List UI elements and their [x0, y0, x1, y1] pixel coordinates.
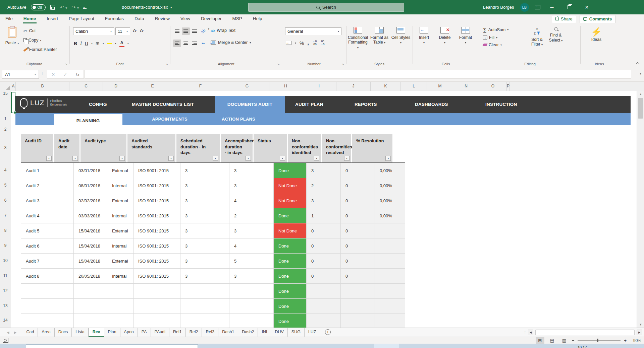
name-box-resize-handle[interactable]: ⁝: [42, 71, 43, 76]
accounting-format-icon[interactable]: [286, 41, 291, 45]
cell-audited-standards[interactable]: ISO 9001: 2015: [133, 238, 180, 254]
cell-scheduled-duration[interactable]: [180, 299, 229, 314]
cell-audit-type[interactable]: External: [107, 193, 133, 208]
filter-dropdown-icon[interactable]: ▼: [168, 156, 174, 161]
alignment-dialog-launcher[interactable]: ↘: [277, 63, 280, 66]
format-as-table-button[interactable]: Format as Table ▾: [369, 26, 390, 45]
tab-page-layout[interactable]: Page Layout: [63, 14, 100, 23]
filter-dropdown-icon[interactable]: ▼: [46, 156, 52, 161]
increase-decimal-icon[interactable]: ←0.00: [312, 40, 317, 46]
align-center-icon[interactable]: [182, 40, 190, 47]
column-letter[interactable]: O: [479, 82, 507, 91]
cell-accomplished-duration[interactable]: 3: [229, 269, 274, 284]
decrease-indent-icon[interactable]: ⇤: [199, 40, 207, 47]
cell-audited-standards[interactable]: ISO 9001: 2015: [133, 269, 180, 284]
cell-audited-standards[interactable]: [133, 314, 180, 328]
cell-audit-date[interactable]: 03/03/2018: [74, 208, 107, 223]
cell-status-badge[interactable]: Not Done: [274, 178, 307, 193]
row-number[interactable]: 1: [0, 117, 11, 121]
search-box[interactable]: Search: [248, 3, 404, 12]
cell-scheduled-duration[interactable]: [180, 284, 229, 299]
cell-audit-date[interactable]: 08/01/2018: [74, 178, 107, 193]
restore-button[interactable]: [564, 5, 575, 10]
nav-item-config[interactable]: CONFIG: [89, 96, 107, 113]
zoom-slider-thumb[interactable]: [597, 339, 598, 342]
zoom-slider[interactable]: [578, 340, 621, 341]
cell-audit-date[interactable]: [74, 314, 107, 328]
clipboard-dialog-launcher[interactable]: ↘: [65, 63, 67, 66]
cell-audit-id[interactable]: [21, 299, 74, 314]
font-name-select[interactable]: Calibri▾: [73, 27, 114, 35]
column-letter[interactable]: A: [11, 82, 16, 91]
nav-item-reports[interactable]: REPORTS: [355, 96, 377, 113]
cell-audit-id[interactable]: Audit 2: [21, 178, 74, 193]
italic-button[interactable]: I: [80, 41, 82, 46]
tab-formulas[interactable]: Formulas: [100, 14, 129, 23]
confirm-entry-icon[interactable]: ✓: [63, 72, 67, 77]
cell-nc-identified[interactable]: 3: [307, 193, 341, 208]
cell-audit-id[interactable]: Audit 6: [21, 238, 74, 254]
sheet-tab[interactable]: PAudi: [151, 328, 169, 337]
column-letter[interactable]: K: [371, 82, 401, 91]
row-number[interactable]: 2: [0, 127, 11, 132]
tab-splitter-handle[interactable]: ⁝: [525, 330, 526, 335]
cell-audit-date[interactable]: 15/04/2018: [74, 223, 107, 238]
cell-nc-identified[interactable]: [307, 299, 341, 314]
filter-dropdown-icon[interactable]: ▼: [72, 156, 78, 161]
column-letter[interactable]: P: [507, 82, 510, 91]
cell-audited-standards[interactable]: ISO 9001: 2015: [133, 178, 180, 193]
table-row[interactable]: Done: [21, 284, 405, 299]
zoom-level[interactable]: 90%: [630, 338, 641, 343]
sheet-tab[interactable]: LUZ: [305, 328, 320, 337]
filter-dropdown-icon[interactable]: ▼: [119, 156, 125, 161]
column-letter[interactable]: B: [16, 82, 69, 91]
fill-color-icon[interactable]: [107, 43, 112, 44]
tab-view[interactable]: View: [175, 14, 196, 23]
document-title[interactable]: documents-control.xlsx ▾: [122, 0, 172, 14]
table-row[interactable]: Audit 2 08/01/2018 Internal ISO 9001: 20…: [21, 178, 405, 193]
sheet-tab[interactable]: Docs: [55, 328, 72, 337]
clear-button[interactable]: Clear ▾: [483, 43, 508, 47]
cell-audit-date[interactable]: 02/02/2018: [74, 193, 107, 208]
paste-button[interactable]: Paste ▾: [3, 26, 21, 60]
zoom-out-icon[interactable]: −: [572, 338, 575, 343]
sheet-tab[interactable]: Area: [38, 328, 54, 337]
cell-audit-id[interactable]: Audit 7: [21, 254, 74, 269]
column-letter[interactable]: C: [69, 82, 103, 91]
cell-scheduled-duration[interactable]: 3: [180, 193, 229, 208]
find-select-button[interactable]: Find & Select ▾: [547, 26, 565, 43]
cell-audit-date[interactable]: 15/04/2018: [74, 238, 107, 254]
number-format-select[interactable]: General▾: [285, 27, 341, 35]
cell-audit-type[interactable]: Internal: [107, 178, 133, 193]
decrease-decimal-icon[interactable]: .00→0: [320, 40, 324, 46]
cell-nc-resolved[interactable]: 0: [341, 223, 375, 238]
sheet-tab[interactable]: Cad: [22, 328, 38, 337]
vertical-scrollbar[interactable]: ▲ ▼: [637, 91, 644, 328]
filter-dropdown-icon[interactable]: ▼: [280, 156, 285, 161]
format-painter-button[interactable]: Format Painter: [23, 46, 57, 54]
bold-button[interactable]: B: [74, 41, 77, 46]
table-row[interactable]: Audit 4 03/03/2018 Internal ISO 9001: 20…: [21, 208, 405, 223]
cell-resolution[interactable]: 0,00%: [375, 208, 405, 223]
decrease-font-icon[interactable]: Aˇ: [140, 27, 144, 33]
ideas-button[interactable]: ⚡ Ideas: [587, 27, 606, 42]
align-bottom-icon[interactable]: [191, 27, 199, 35]
filter-dropdown-icon[interactable]: ▼: [314, 156, 319, 161]
tab-review[interactable]: Review: [150, 14, 175, 23]
cell-nc-identified[interactable]: 0: [307, 223, 341, 238]
cell-accomplished-duration[interactable]: [229, 314, 274, 328]
align-middle-icon[interactable]: [182, 27, 190, 35]
filter-dropdown-icon[interactable]: ▼: [344, 156, 350, 161]
row-number[interactable]: 13: [0, 303, 11, 308]
wrap-text-button[interactable]: ab̲ Wrap Text: [211, 28, 235, 33]
column-letter[interactable]: G: [225, 82, 269, 91]
cell-nc-resolved[interactable]: [341, 284, 375, 299]
cell-status-badge[interactable]: Done: [274, 208, 307, 223]
taskbar-search-box[interactable]: [26, 344, 198, 348]
insert-function-icon[interactable]: fx: [75, 72, 79, 77]
cell-scheduled-duration[interactable]: 3: [180, 238, 229, 254]
table-row[interactable]: Audit 5 15/04/2018 External ISO 9001: 20…: [21, 223, 405, 238]
vertical-scroll-thumb[interactable]: [638, 98, 643, 119]
cell-audit-type[interactable]: Internal: [107, 238, 133, 254]
cell-status-badge[interactable]: Done: [274, 269, 307, 284]
